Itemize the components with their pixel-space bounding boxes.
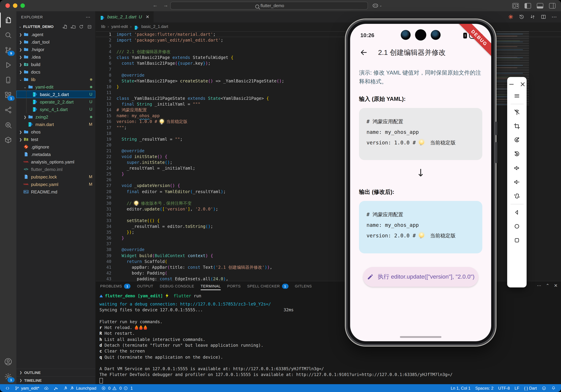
- toggle-secondary-sidebar-button[interactable]: [549, 3, 556, 9]
- tree-item-docs[interactable]: ❯docs: [16, 68, 95, 76]
- activity-account[interactable]: [0, 354, 16, 369]
- tree-item-lib[interactable]: ⌄lib: [16, 76, 95, 83]
- tree-item-ohos[interactable]: ❯ohos: [16, 128, 95, 136]
- activity-inspect[interactable]: [0, 117, 16, 132]
- new-file-icon[interactable]: [62, 24, 67, 29]
- panel-tab-debug-console[interactable]: DEBUG CONSOLE: [160, 281, 194, 291]
- activity-explorer[interactable]: [0, 13, 16, 28]
- history-icon[interactable]: [519, 14, 525, 20]
- history-back-button[interactable]: ←: [153, 2, 158, 8]
- history-forward-button[interactable]: →: [163, 2, 168, 8]
- status-feedback[interactable]: [539, 386, 549, 391]
- status-remote[interactable]: [3, 386, 12, 391]
- section-outline[interactable]: ❯OUTLINE: [16, 369, 95, 376]
- status-language-mode[interactable]: { } Dart: [522, 386, 539, 391]
- status-indentation[interactable]: Spaces: 2: [473, 386, 496, 391]
- screenshot-button[interactable]: [513, 119, 520, 133]
- section-timeline[interactable]: ❯TIMELINE: [16, 376, 95, 384]
- tree-item-flutter_demo.iml[interactable]: </>flutter_demo.iml: [16, 166, 95, 173]
- more-actions-icon[interactable]: ⋯: [551, 14, 557, 20]
- toggle-panel-button[interactable]: [537, 3, 543, 9]
- rotate-right-button[interactable]: [513, 147, 520, 161]
- nav-back-button[interactable]: [513, 205, 520, 219]
- activity-containers[interactable]: [0, 132, 16, 148]
- panel-tab-output[interactable]: OUTPUT: [137, 281, 153, 291]
- close-button[interactable]: [519, 81, 526, 88]
- customize-layout-button[interactable]: [512, 3, 519, 9]
- panel-tab-spell-checker[interactable]: SPELL CHECKER1: [247, 281, 288, 291]
- tree-item-.idea[interactable]: ❯.idea: [16, 53, 95, 61]
- tree-item-README.md[interactable]: README.md: [16, 188, 95, 195]
- tree-item-basic_2_1.dart[interactable]: basic_2_1.dartU: [16, 91, 95, 98]
- status-cursor-position[interactable]: Ln 1, Col 1: [448, 386, 473, 391]
- activity-device-preview[interactable]: [0, 73, 16, 87]
- tree-item-build[interactable]: ❯build: [16, 61, 95, 68]
- breadcrumb-item[interactable]: yaml-edit: [111, 24, 128, 29]
- status-git-branch[interactable]: yam_edit*: [12, 386, 42, 391]
- close-tab-icon[interactable]: ✕: [146, 14, 149, 19]
- hot-reload-icon[interactable]: [508, 14, 514, 20]
- breadcrumb-item[interactable]: lib: [101, 24, 105, 29]
- status-encoding[interactable]: UTF-8: [496, 386, 512, 391]
- volume-up-button[interactable]: [513, 161, 520, 175]
- toggle-sidebar-button[interactable]: [525, 3, 531, 9]
- volume-down-button[interactable]: [513, 175, 520, 189]
- collapse-all-icon[interactable]: [87, 24, 92, 29]
- tree-item-main.dart[interactable]: main.dartM: [16, 121, 95, 128]
- back-arrow-icon[interactable]: [360, 48, 368, 56]
- tree-item-zxing2[interactable]: ❯zxing2: [16, 113, 95, 121]
- tab-basic_2_1[interactable]: basic_2_1.dart U ✕: [96, 11, 154, 22]
- activity-source-control[interactable]: 9: [0, 42, 16, 58]
- tree-item-.gitignore[interactable]: .gitignore: [16, 143, 95, 150]
- split-editor-icon[interactable]: [540, 14, 546, 20]
- tree-item-analysis_options.yaml[interactable]: YAMLanalysis_options.yaml: [16, 158, 95, 166]
- zoom-window-button[interactable]: [21, 3, 25, 8]
- tree-item-operate_2_2.dart[interactable]: operate_2_2.dartU: [16, 98, 95, 106]
- status-cloud-sync[interactable]: [42, 386, 51, 391]
- panel-tab-problems[interactable]: PROBLEMS1: [100, 281, 131, 291]
- breadcrumb-item[interactable]: basic_2_1.dart: [141, 24, 168, 29]
- minimize-window-button[interactable]: [13, 3, 17, 8]
- activity-network[interactable]: [0, 103, 16, 117]
- tree-item-test[interactable]: ❯test: [16, 136, 95, 143]
- chevron-down-icon[interactable]: ⌄: [379, 4, 382, 7]
- compare-changes-icon[interactable]: [530, 14, 535, 20]
- activity-run-debug[interactable]: [0, 58, 16, 73]
- command-center-search[interactable]: flutter_demo: [170, 2, 368, 10]
- new-folder-icon[interactable]: [71, 24, 76, 29]
- activity-search[interactable]: [0, 28, 16, 42]
- status-launchpad[interactable]: Launchpad: [61, 386, 99, 391]
- tree-item-sync_4_1.dart[interactable]: sync_4_1.dartU: [16, 106, 95, 113]
- home-indicator[interactable]: [400, 336, 442, 338]
- tree-item-yaml-edit[interactable]: ⌄yaml-edit: [16, 83, 95, 91]
- status-eol[interactable]: LF: [512, 386, 522, 391]
- signal-toggle[interactable]: [513, 105, 520, 119]
- close-window-button[interactable]: [5, 3, 10, 8]
- rotate-left-button[interactable]: [513, 133, 520, 147]
- menu-button[interactable]: [513, 89, 520, 103]
- panel-tab-gitlens[interactable]: GITLENS: [295, 281, 312, 291]
- panel-tab-ports[interactable]: PORTS: [227, 281, 241, 291]
- panel-maximize-icon[interactable]: ⌃: [546, 283, 550, 288]
- shake-button[interactable]: [513, 189, 520, 203]
- nav-recents-button[interactable]: [513, 233, 520, 247]
- tree-item-.hvigor[interactable]: ❯.hvigor: [16, 46, 95, 53]
- nav-home-button[interactable]: [513, 219, 520, 233]
- panel-close-icon[interactable]: ✕: [554, 283, 558, 288]
- minimize-button[interactable]: [508, 81, 515, 88]
- project-root-row[interactable]: ⌄ FLUTTER_DEMO: [16, 23, 95, 30]
- status-notifications[interactable]: [549, 386, 558, 391]
- status-problems[interactable]: 001: [99, 386, 135, 391]
- tree-item-pubspec.lock[interactable]: pubspec.lockM: [16, 173, 95, 180]
- refresh-icon[interactable]: [79, 24, 84, 29]
- tree-item-pubspec.yaml[interactable]: YAMLpubspec.yamlM: [16, 180, 95, 188]
- copilot-icon[interactable]: [372, 2, 378, 9]
- activity-settings[interactable]: 1: [0, 369, 16, 384]
- tree-item-.metadata[interactable]: .metadata: [16, 150, 95, 158]
- execute-update-button[interactable]: 执行 editor.update(["version"], "2.0.0"): [363, 267, 478, 286]
- panel-more-icon[interactable]: ⋯: [537, 283, 541, 288]
- status-graph[interactable]: [51, 386, 61, 391]
- panel-tab-terminal[interactable]: TERMINAL: [201, 281, 221, 291]
- tree-item-.agent[interactable]: ❯.agent: [16, 31, 95, 38]
- tree-item-.dart_tool[interactable]: ❯.dart_tool: [16, 38, 95, 46]
